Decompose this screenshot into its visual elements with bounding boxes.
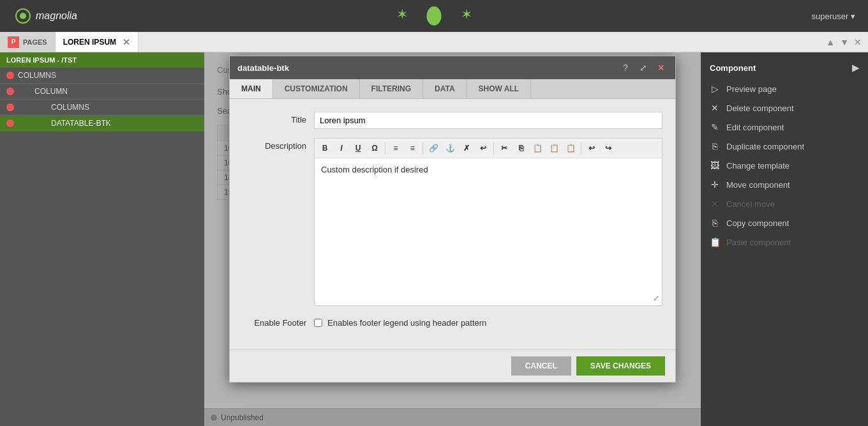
tab-pages[interactable]: P PAGES (0, 32, 56, 52)
dot-icon (6, 72, 14, 79)
tab-filtering[interactable]: FILTERING (360, 79, 423, 98)
dialog-help-icon[interactable]: ? (619, 61, 632, 74)
rte-anchor[interactable]: ⚓ (442, 141, 458, 156)
sidebar-item-cancel-move: ✕ Cancel move (701, 194, 868, 213)
close-all-icon[interactable]: ✕ (854, 37, 862, 47)
sidebar-item-change-template[interactable]: 🖼 Change template (701, 156, 868, 175)
delete-icon: ✕ (710, 103, 720, 113)
dialog-footer: CANCEL SAVE CHANGES (230, 349, 675, 382)
footer-checkbox[interactable] (314, 319, 322, 327)
rte-eraser[interactable]: ✗ (459, 141, 474, 156)
user-menu[interactable]: superuser ▾ (812, 11, 855, 21)
rte-link[interactable]: 🔗 (426, 141, 441, 156)
tab-data[interactable]: DATA (423, 79, 467, 98)
right-sidebar: Component ▶ ▷ Preview page ✕ Delete comp… (701, 52, 868, 426)
tab-close-icon[interactable]: ✕ (123, 37, 130, 47)
duplicate-icon: ⎘ (710, 141, 720, 151)
tab-lorem-ipsum[interactable]: LOREN IPSUM ✕ (56, 32, 138, 52)
rte-toolbar: B I U Ω ≡ ≡ 🔗 ⚓ ✗ (315, 139, 662, 158)
title-input[interactable] (314, 112, 662, 129)
sidebar-item-label: Copy component (726, 218, 789, 228)
rte-content[interactable]: Custom description if desired ⤢ (315, 158, 662, 305)
rte-underline[interactable]: U (350, 141, 366, 156)
sidebar-item-duplicate[interactable]: ⎘ Duplicate component (701, 137, 868, 156)
sidebar-item-copy[interactable]: ⎘ Copy component (701, 213, 868, 232)
rte-cut[interactable]: ✂ (497, 141, 512, 156)
sidebar-item-label: Delete component (726, 103, 794, 113)
dialog-expand-icon[interactable]: ⤢ (637, 61, 650, 74)
tab-bar: P PAGES LOREN IPSUM ✕ ▲ ▼ ✕ (0, 32, 868, 52)
rte-expand-icon[interactable]: ⤢ (653, 294, 659, 303)
page-content: Custom description if desired Show 10 25… (204, 52, 701, 426)
icon-cursor[interactable]: ✦ (427, 6, 442, 26)
rte-italic[interactable]: I (334, 141, 349, 156)
logo-text: magnolia (36, 10, 77, 22)
dialog: datatable-btk ? ⤢ ✕ MAIN CUSTOMIZATION F… (229, 56, 676, 383)
sidebar-item-edit[interactable]: ✎ Edit component (701, 118, 868, 137)
title-row: Title (243, 112, 662, 129)
tree-item-datatable[interactable]: DATATABLE-BTK (0, 116, 204, 132)
dot-icon (6, 103, 14, 111)
dialog-header: datatable-btk ? ⤢ ✕ (230, 56, 675, 79)
rte-unlink[interactable]: ↩ (475, 141, 491, 156)
rte-omega[interactable]: Ω (367, 141, 382, 156)
tree-label: DATATABLE-BTK (51, 119, 111, 128)
rte-paste-1[interactable]: 📋 (530, 141, 545, 156)
tree-item-columns-1[interactable]: COLUMNS (0, 68, 204, 84)
icon-star[interactable]: ✶ (461, 6, 472, 26)
rte-copy[interactable]: ⎘ (513, 141, 528, 156)
rte-redo[interactable]: ↪ (601, 141, 616, 156)
pages-icon: P (8, 36, 19, 48)
rte-bold[interactable]: B (317, 141, 333, 156)
preview-icon: ▷ (710, 84, 720, 94)
description-label: Description (243, 138, 306, 151)
tab-show-all[interactable]: SHOW ALL (467, 79, 532, 98)
cancel-move-icon: ✕ (710, 199, 720, 209)
tab-main[interactable]: MAIN (230, 79, 273, 98)
dot-icon (6, 87, 14, 95)
sidebar-item-move[interactable]: ✛ Move component (701, 175, 868, 194)
sidebar-item-delete[interactable]: ✕ Delete component (701, 98, 868, 118)
tree-header: LOREN IPSUM - /tst (0, 52, 204, 68)
top-bar: magnolia ✶ ✦ ✶ superuser ▾ (0, 0, 868, 32)
copy-icon: ⎘ (710, 218, 720, 228)
rte-paste-3[interactable]: 📋 (563, 141, 578, 156)
rte-undo[interactable]: ↩ (584, 141, 599, 156)
save-button[interactable]: SAVE CHANGES (576, 356, 665, 376)
sidebar-expand-icon[interactable]: ▶ (852, 63, 859, 73)
dialog-close-icon[interactable]: ✕ (655, 61, 668, 74)
tab-customization[interactable]: CUSTOMIZATION (273, 79, 360, 98)
tree-item-column[interactable]: COLUMN (0, 84, 204, 100)
nav-up-icon[interactable]: ▲ (826, 37, 835, 47)
sidebar-item-label: Duplicate component (726, 142, 804, 151)
sidebar-section-title: Component ▶ (701, 59, 868, 79)
rte-text: Custom description if desired (321, 165, 428, 174)
tree-label: COLUMNS (51, 103, 89, 112)
rte-ordered-list[interactable]: ≡ (388, 141, 403, 156)
tree-item-columns-2[interactable]: COLUMNS (0, 100, 204, 116)
sidebar-item-preview[interactable]: ▷ Preview page (701, 79, 868, 98)
top-bar-icons: ✶ ✦ ✶ (396, 6, 472, 26)
rte-sep-1 (385, 142, 385, 154)
rte-paste-2[interactable]: 📋 (546, 141, 562, 156)
sidebar-item-paste: 📋 Paste component (701, 232, 868, 252)
edit-icon: ✎ (710, 122, 720, 132)
cancel-button[interactable]: CANCEL (511, 356, 571, 376)
template-icon: 🖼 (710, 160, 720, 171)
sidebar-item-label: Move component (726, 180, 790, 190)
magnolia-logo: magnolia (13, 6, 77, 26)
page-tree: LOREN IPSUM - /tst COLUMNS COLUMN COLUMN… (0, 52, 204, 426)
rte-sep-3 (493, 142, 494, 154)
sidebar-item-label: Paste component (726, 238, 791, 247)
dialog-title: datatable-btk (237, 63, 289, 73)
title-field (314, 112, 662, 129)
tab-bar-nav: ▲ ▼ ✕ (826, 37, 862, 47)
icon-settings[interactable]: ✶ (396, 6, 408, 26)
active-tab-label: LOREN IPSUM (63, 38, 116, 47)
description-field: B I U Ω ≡ ≡ 🔗 ⚓ ✗ (314, 138, 662, 306)
footer-field: Enables footer legend using header patte… (314, 318, 662, 328)
sidebar-item-label: Cancel move (726, 199, 775, 209)
rte-sep-2 (423, 142, 423, 154)
rte-unordered-list[interactable]: ≡ (405, 141, 420, 156)
nav-down-icon[interactable]: ▼ (840, 37, 849, 47)
